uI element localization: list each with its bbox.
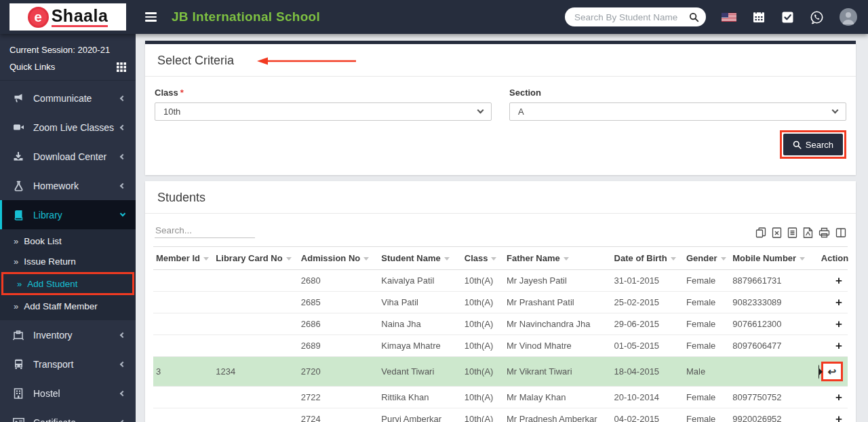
sidebar-item-label: Communicate [33,93,121,104]
students-table: Member IdLibrary Card NoAdmission NoStud… [153,246,848,422]
app-logo[interactable]: e Shaala [9,3,126,31]
tasks-check-icon[interactable] [781,11,794,24]
sidebar-item-label: Hostel [33,388,121,399]
cell-student-name: Vedant Tiwari [378,357,461,387]
sidebar-item-library[interactable]: Library [0,200,136,229]
column-header[interactable]: Library Card No [213,247,298,270]
section-select-value: A [518,107,524,117]
cell-library-card-no [213,313,298,335]
add-member-button[interactable]: + [835,391,842,403]
submenu-item-label: Add Staff Member [24,301,98,311]
sort-caret-icon [363,257,369,261]
copy-icon[interactable] [755,227,766,238]
megaphone-icon [12,93,24,104]
chevron-down-icon [832,107,839,114]
sidebar-item-label: Download Center [33,151,121,162]
sidebar-item-add-student[interactable]: » Add Student [3,274,132,293]
double-arrow-icon: » [14,236,18,246]
column-header[interactable]: Admission No [298,247,378,270]
surrender-membership-button[interactable]: ↩ [823,364,841,379]
language-flag-icon[interactable] [722,13,736,22]
cell-mobile: 8879661731 [730,270,818,292]
sidebar-item-inventory[interactable]: Inventory [0,320,136,349]
add-member-button[interactable]: + [835,318,842,330]
cell-dob: 25-02-2015 [612,292,684,313]
cell-student-name: Rittika Khan [378,387,461,408]
library-submenu: » Book List » Issue Return » Add Student… [0,229,136,320]
column-header[interactable]: Gender [684,247,730,270]
cell-mobile: 8097606477 [730,335,818,357]
class-select-value: 10th [163,107,180,117]
search-button[interactable]: Search [783,134,843,155]
cell-action: + [818,335,848,357]
school-name-title: JB International School [172,9,320,24]
column-header[interactable]: Mobile Number [730,247,818,270]
column-header[interactable]: Action [818,247,848,270]
column-header[interactable]: Student Name [378,247,461,270]
sidebar-item-hostel[interactable]: Hostel [0,379,136,408]
sidebar-item-download-center[interactable]: Download Center [0,142,136,171]
section-label: Section [509,88,846,98]
cell-gender: Female [684,270,730,292]
sidebar-item-communicate[interactable]: Communicate [0,83,136,113]
add-member-button[interactable]: + [835,340,842,351]
sidebar-item-add-staff-member[interactable]: » Add Staff Member [0,296,136,316]
search-icon[interactable] [689,12,699,22]
header-search-input[interactable] [574,12,689,22]
cell-mobile: 9082333089 [730,292,818,313]
sidebar-item-homework[interactable]: Homework [0,171,136,200]
sidebar-item-label: Zoom Live Classes [33,122,121,133]
pdf-icon[interactable] [803,227,813,238]
chevron-left-icon [120,153,125,159]
column-header[interactable]: Member Id [153,247,213,270]
chevron-left-icon [120,183,125,188]
grid-icon[interactable] [117,62,126,72]
cell-class: 10th(A) [462,408,504,422]
table-header-row: Member IdLibrary Card NoAdmission NoStud… [153,247,848,270]
column-header[interactable]: Father Name [504,247,612,270]
sidebar-item-zoom-live-classes[interactable]: Zoom Live Classes [0,113,136,142]
brand-area: e Shaala [0,0,136,34]
excel-icon[interactable] [772,227,782,238]
cell-father-name: Mr Jayesh Patil [504,270,612,292]
column-header[interactable]: Date of Birth [612,247,684,270]
calendar-icon[interactable] [752,10,766,24]
column-header[interactable]: Class [462,247,504,270]
class-select[interactable]: 10th [155,102,492,121]
user-avatar[interactable] [840,8,857,26]
annotation-arrow [256,56,357,66]
sidebar-item-transport[interactable]: Transport [0,349,136,379]
print-icon[interactable] [818,227,830,238]
cell-gender: Female [684,292,730,313]
cell-library-card-no: 1234 [213,357,298,387]
cell-admission-no: 2722 [298,387,378,408]
table-search-input[interactable] [155,223,255,238]
cell-gender: Female [684,408,730,422]
header-search[interactable] [565,7,706,26]
whatsapp-icon[interactable] [810,10,824,24]
chevron-left-icon [120,390,125,396]
sort-caret-icon [203,257,209,261]
main-content: Select Criteria Class* 10th Section A [136,34,868,422]
file-text-icon[interactable] [787,227,797,238]
cell-gender: Female [684,387,730,408]
cell-member-id [153,387,213,408]
cell-action: Surrender Membership↩ [818,357,848,387]
columns-icon[interactable] [835,227,846,238]
table-row: 312342720Vedant Tiwari10th(A)Mr Vikrant … [153,357,848,387]
cell-class: 10th(A) [462,270,504,292]
sidebar-item-book-list[interactable]: » Book List [0,231,136,251]
table-row: 2680Kaivalya Patil10th(A)Mr Jayesh Patil… [153,270,848,292]
add-member-button[interactable]: + [835,413,842,422]
cell-member-id [153,313,213,335]
cell-action: + [818,313,848,335]
add-member-button[interactable]: + [835,275,842,286]
section-select[interactable]: A [509,102,846,121]
sidebar-toggle-icon[interactable] [145,12,157,22]
top-header: e Shaala JB International School [0,0,868,34]
sidebar-item-certificate[interactable]: Certificate [0,408,136,422]
add-member-button[interactable]: + [835,296,842,308]
logo-text: Shaala [52,7,108,26]
cell-member-id: 3 [153,357,213,387]
sidebar-item-issue-return[interactable]: » Issue Return [0,251,136,271]
